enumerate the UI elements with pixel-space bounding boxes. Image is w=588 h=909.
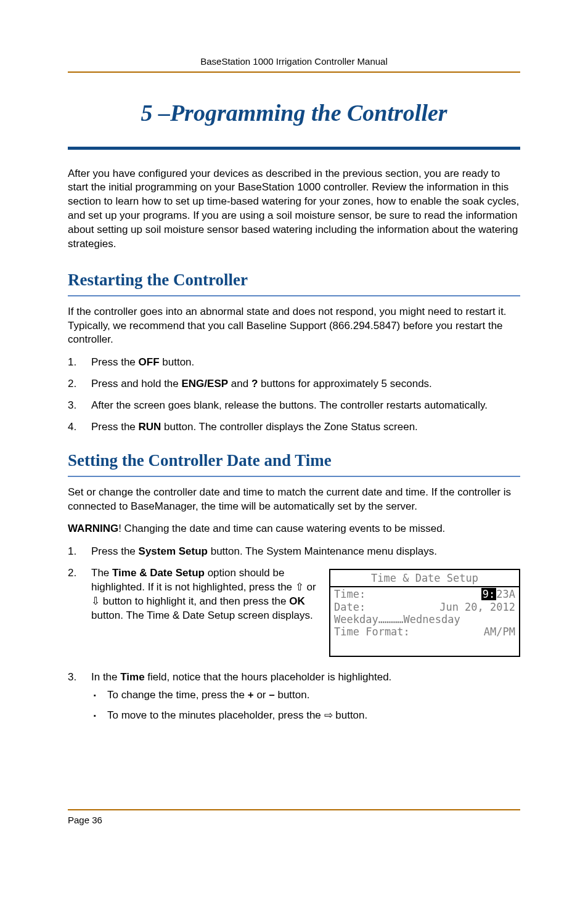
chapter-rule [68,147,520,150]
lcd-value: Wednesday [404,613,460,626]
warning-text: ! Changing the date and time can cause w… [118,523,445,534]
lcd-row-format: Time Format: AM/PM [334,626,515,638]
list-item: After the screen goes blank, release the… [68,399,520,413]
lcd-row-weekday: Weekday…………Wednesday [334,613,515,626]
lcd-body: Time: 9:23A Date: Jun 20, 2012 Weekday……… [330,587,519,656]
text: Press and hold the [91,378,181,389]
lcd-value: 9:23A [481,588,515,600]
lcd-screenshot: Time & Date Setup Time: 9:23A Date: Jun … [329,569,520,657]
section-rule [68,476,520,477]
datetime-steps: Press the System Setup button. The Syste… [68,545,520,722]
bold: OK [289,595,305,607]
text: button. [275,689,310,701]
text: button. The controller displays the Zone… [161,421,417,433]
bold: Time [120,671,144,683]
list-item: Press the RUN button. The controller dis… [68,420,520,434]
page-number: Page 36 [68,815,102,825]
text: button. The Time & Date Setup screen dis… [91,609,313,621]
chapter-title: 5 –Programming the Controller [68,97,520,129]
text: To change the time, press the [107,689,248,701]
section-rule [68,295,520,296]
text: Weekday [334,613,378,626]
bold: Time & Date Setup [112,567,205,579]
text: button. [160,356,195,368]
text: or [254,689,269,701]
lcd-label: Weekday…………Wednesday [334,613,460,626]
bold: ? [251,378,258,389]
sublist: To change the time, press the + or – but… [91,688,520,723]
text: and [228,378,251,389]
list-item: Press and hold the ENG/ESP and ? buttons… [68,377,520,391]
text: The [91,567,112,579]
text: button. The System Maintenance menu disp… [208,545,437,557]
lcd-row-date: Date: Jun 20, 2012 [334,601,515,613]
bold: OFF [139,356,160,368]
lcd-row-time: Time: 9:23A [334,588,515,600]
text: buttons for approximately 5 seconds. [258,378,432,389]
bold: – [269,689,274,701]
header-rule [68,71,520,73]
lcd-label: Time: [334,588,365,600]
text: Press the [91,356,139,368]
running-header: BaseStation 1000 Irrigation Controller M… [68,55,520,68]
section-restart-title: Restarting the Controller [68,269,520,291]
list-item: Time & Date Setup Time: 9:23A Date: Jun … [68,566,520,663]
page-footer: Page 36 [68,809,520,826]
chapter-intro: After you have configured your devices a… [68,167,520,252]
lcd-hours-highlight: 9: [481,588,496,600]
lcd-label: Time Format: [334,626,410,638]
list-item: Press the OFF button. [68,356,520,370]
bold: RUN [139,421,161,433]
dots: ………… [378,613,404,626]
lcd-title: Time & Date Setup [330,570,519,587]
text: Press the [91,545,139,557]
lcd-time-rest: 23A [496,588,515,600]
restart-lede: If the controller goes into an abnormal … [68,305,520,348]
lcd-label: Date: [334,601,365,613]
list-item: To change the time, press the + or – but… [91,688,520,703]
warning-label: WARNING [68,523,118,534]
bold: ENG/ESP [181,378,228,389]
list-item: In the Time field, notice that the hours… [68,671,520,723]
datetime-warning: WARNING! Changing the date and time can … [68,522,520,536]
bold: + [248,689,254,701]
text: Press the [91,421,139,433]
bold: System Setup [139,545,208,557]
text: field, notice that the hours placeholder… [145,671,392,683]
list-item: Press the System Setup button. The Syste… [68,545,520,559]
lcd-value: Jun 20, 2012 [439,601,515,613]
datetime-lede: Set or change the controller date and ti… [68,486,520,514]
text: In the [91,671,120,683]
section-datetime-title: Setting the Controller Date and Time [68,449,520,471]
restart-steps: Press the OFF button. Press and hold the… [68,356,520,434]
lcd-value: AM/PM [484,626,515,638]
list-item: To move to the minutes placeholder, pres… [91,709,520,723]
